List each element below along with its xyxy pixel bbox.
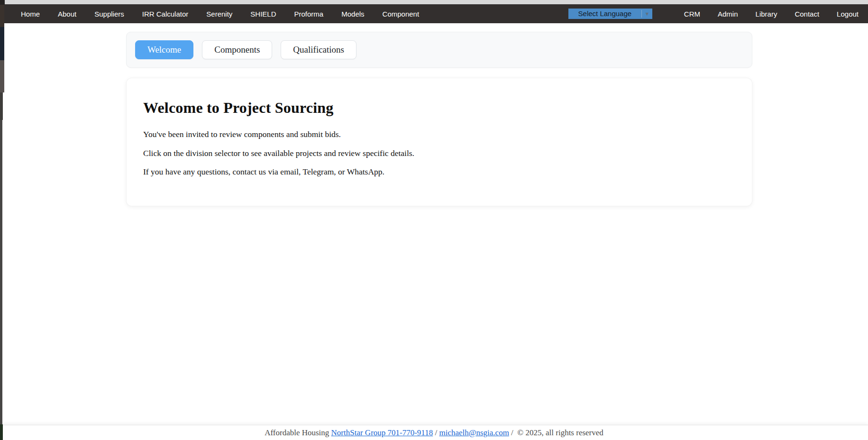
footer-separator: / (509, 428, 515, 438)
tab-qualifications[interactable]: Qualifications (281, 40, 356, 59)
footer-copyright-text: © 2025, all rights reserved (515, 428, 603, 438)
language-selector-dropdown[interactable]: Select Language ▼ (568, 9, 652, 19)
nav-item-irr-calculator[interactable]: IRR Calculator (142, 10, 189, 18)
left-window-edge (0, 0, 5, 440)
nav-item-crm[interactable]: CRM (684, 10, 700, 18)
left-edge-segment (0, 60, 4, 92)
nav-item-shield[interactable]: SHIELD (250, 10, 276, 18)
nav-item-home[interactable]: Home (21, 10, 40, 18)
nav-item-models[interactable]: Models (341, 10, 364, 18)
tab-bar: Welcome Components Qualifications (126, 32, 752, 68)
chevron-down-icon: ▼ (642, 11, 652, 17)
footer-phone-link[interactable]: NorthStar Group 701-770-9118 (331, 428, 433, 438)
nav-item-component[interactable]: Component (383, 10, 420, 18)
main-navbar: Home About Suppliers IRR Calculator Sere… (0, 4, 868, 23)
language-selector-label: Select Language (568, 9, 641, 19)
navbar-left-group: Home About Suppliers IRR Calculator Sere… (21, 10, 419, 18)
left-edge-segment (0, 27, 4, 60)
page-footer: Affordable Housing NorthStar Group 701-7… (0, 425, 868, 440)
welcome-paragraph-instructions: Click on the division selector to see av… (143, 148, 735, 159)
nav-item-about[interactable]: About (58, 10, 76, 18)
footer-company-text: Affordable Housing (265, 428, 331, 438)
left-edge-segment (0, 120, 2, 424)
nav-item-proforma[interactable]: Proforma (294, 10, 324, 18)
footer-separator: / (433, 428, 439, 438)
welcome-card: Welcome to Project Sourcing You've been … (126, 78, 752, 206)
navbar-right-group: Select Language ▼ CRM Admin Library Cont… (568, 9, 859, 19)
footer-email-link[interactable]: michaelh@nsgia.com (439, 428, 509, 438)
welcome-paragraph-contact: If you have any questions, contact us vi… (143, 166, 735, 178)
nav-item-library[interactable]: Library (756, 10, 777, 18)
nav-item-contact[interactable]: Contact (795, 10, 819, 18)
nav-item-admin[interactable]: Admin (718, 10, 738, 18)
tab-components[interactable]: Components (202, 40, 272, 59)
window-top-strip (0, 0, 868, 4)
welcome-paragraph-invite: You've been invited to review components… (143, 129, 735, 140)
page-title: Welcome to Project Sourcing (143, 99, 735, 117)
nav-item-serenity[interactable]: Serenity (206, 10, 232, 18)
nav-item-logout[interactable]: Logout (837, 10, 859, 18)
content-container: Welcome Components Qualifications Welcom… (126, 32, 752, 206)
nav-item-suppliers[interactable]: Suppliers (94, 10, 124, 18)
left-edge-segment (0, 92, 3, 120)
tab-welcome[interactable]: Welcome (135, 40, 193, 59)
